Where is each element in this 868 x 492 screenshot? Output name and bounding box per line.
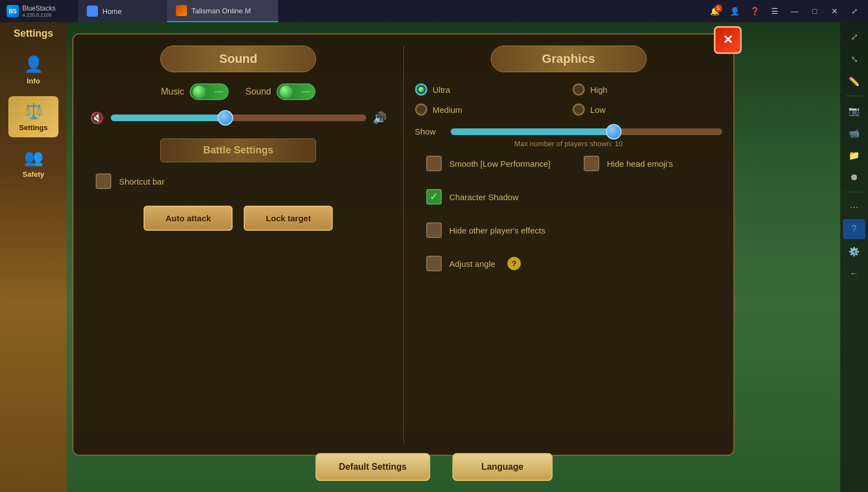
rs-divider-2 [846, 192, 862, 192]
sidebar: Settings 👤 Info ⚖️ Settings 👥 Safety [0, 22, 67, 492]
sidebar-safety-label: Safety [22, 170, 44, 178]
settings-icon: ⚖️ [24, 102, 43, 120]
tab-game[interactable]: Talisman Online M [167, 0, 278, 22]
bluestacks-version: 4.220.0.1109 [22, 12, 56, 18]
default-settings-btn[interactable]: Default Settings [315, 453, 430, 481]
smooth-label: Smooth [Low Performance] [450, 159, 551, 168]
left-column: Sound Music — Sound — [85, 46, 404, 444]
char-shadow-checkbox[interactable]: ✓ [426, 189, 442, 205]
tab-home-label: Home [102, 7, 122, 16]
quality-high[interactable]: High [573, 83, 722, 96]
right-sidebar: ⤢ ⤡ ✏️ 📷 📹 📁 ⏺ ⋯ ? ⚙️ ← [840, 22, 868, 492]
quality-ultra[interactable]: Ultra [415, 83, 565, 96]
shortcut-bar-checkbox[interactable] [96, 173, 111, 189]
titlebar-tabs: BS BlueStacks 4.220.0.1109 Home Talisman… [0, 0, 278, 22]
lock-target-btn[interactable]: Lock target [244, 206, 333, 231]
hide-effects-row: Hide other player's effects [415, 222, 723, 238]
show-slider-track[interactable] [451, 128, 723, 135]
home-icon [87, 6, 98, 17]
rs-more-btn[interactable]: ⋯ [843, 197, 865, 217]
expand-btn[interactable]: ⤢ [846, 3, 864, 19]
smooth-row: Smooth [Low Performance] [415, 156, 565, 171]
settings-panel: ✕ Sound Music — Sound — [72, 33, 734, 456]
rs-divider-1 [846, 96, 862, 96]
notification-btn[interactable]: 🔔 5 [706, 3, 723, 19]
sound-control: Sound — [245, 83, 315, 100]
titlebar: BS BlueStacks 4.220.0.1109 Home Talisman… [0, 0, 868, 22]
right-column: Graphics Ultra High Medium [404, 46, 723, 444]
char-shadow-check-mark: ✓ [430, 191, 438, 203]
char-shadow-label: Character Shadow [450, 192, 519, 202]
rs-folder-btn[interactable]: 📁 [843, 145, 865, 165]
hide-effects-checkbox[interactable] [426, 222, 442, 238]
sidebar-item-settings[interactable]: ⚖️ Settings [8, 96, 58, 137]
hide-emoji-label: Hide head emoji's [607, 159, 673, 168]
bluestacks-tab: BS BlueStacks 4.220.0.1109 [0, 0, 78, 22]
rs-settings-btn[interactable]: ⚙️ [843, 241, 865, 261]
bottom-buttons: Default Settings Language [315, 453, 553, 481]
adjust-angle-checkbox[interactable] [426, 256, 442, 271]
info-icon: 👤 [24, 55, 43, 73]
quality-medium[interactable]: Medium [415, 103, 565, 116]
volume-min-icon: 🔇 [90, 111, 104, 125]
battle-section-header: Battle Settings [160, 138, 316, 162]
radio-low[interactable] [573, 103, 585, 116]
minimize-btn[interactable]: — [786, 3, 803, 19]
sound-toggle-dash: — [301, 87, 310, 97]
language-btn[interactable]: Language [452, 453, 553, 481]
volume-slider-track[interactable] [111, 115, 366, 121]
radio-medium[interactable] [415, 103, 427, 116]
menu-btn[interactable]: ☰ [766, 3, 783, 19]
sound-toggle[interactable]: — [277, 83, 315, 100]
music-toggle-knob [193, 85, 206, 98]
account-btn[interactable]: 👤 [726, 3, 743, 19]
sidebar-settings-label: Settings [19, 123, 47, 132]
hide-effects-label: Hide other player's effects [450, 226, 546, 235]
quality-low[interactable]: Low [573, 103, 722, 116]
music-label: Music [161, 87, 184, 97]
smooth-checkbox[interactable] [426, 156, 442, 171]
sidebar-info-label: Info [27, 77, 40, 85]
rs-expand-btn[interactable]: ⤢ [843, 27, 865, 47]
adjust-angle-help-icon[interactable]: ? [507, 257, 521, 270]
quality-grid: Ultra High Medium Low [415, 83, 723, 116]
char-shadow-row: ✓ Character Shadow [415, 189, 723, 205]
volume-max-icon: 🔊 [373, 111, 387, 125]
adjust-angle-row: Adjust angle ? [415, 256, 723, 271]
panel-close-btn[interactable]: ✕ [714, 26, 742, 54]
sidebar-item-safety[interactable]: 👥 Safety [8, 143, 58, 184]
graphics-section-header: Graphics [491, 46, 647, 72]
rs-help-btn[interactable]: ? [843, 219, 865, 239]
sound-toggle-knob [279, 85, 293, 98]
rs-fullscreen-btn[interactable]: ⤡ [843, 49, 865, 69]
shortcut-bar-label: Shortcut bar [119, 177, 165, 186]
sidebar-item-info[interactable]: 👤 Info [8, 49, 58, 91]
close-btn[interactable]: ✕ [826, 3, 844, 19]
music-toggle-dash: — [214, 87, 223, 97]
quality-medium-label: Medium [433, 105, 462, 115]
adjust-angle-label: Adjust angle [450, 259, 496, 269]
music-control: Music — [161, 83, 229, 100]
volume-slider-row: 🔇 🔊 [85, 111, 392, 125]
show-slider-thumb[interactable] [606, 124, 622, 140]
rs-record-btn[interactable]: ⏺ [843, 167, 865, 187]
graphics-checks: Smooth [Low Performance] Hide head emoji… [415, 156, 723, 281]
volume-slider-thumb[interactable] [218, 110, 233, 126]
window-controls: 🔔 5 👤 ❓ ☰ — □ ✕ ⤢ [706, 3, 868, 19]
sound-section-header: Sound [160, 46, 316, 72]
rs-back-btn[interactable]: ← [843, 264, 865, 284]
music-toggle[interactable]: — [190, 83, 229, 100]
safety-icon: 👥 [24, 148, 43, 167]
show-label: Show [415, 127, 443, 136]
tab-home[interactable]: Home [78, 0, 167, 22]
hide-emoji-checkbox[interactable] [584, 156, 599, 171]
rs-video-btn[interactable]: 📹 [843, 123, 865, 143]
auto-attack-btn[interactable]: Auto attack [144, 206, 233, 231]
radio-high[interactable] [573, 83, 585, 96]
radio-ultra[interactable] [415, 83, 427, 96]
rs-edit-btn[interactable]: ✏️ [843, 71, 865, 91]
maximize-btn[interactable]: □ [806, 3, 823, 19]
battle-buttons: Auto attack Lock target [85, 206, 392, 231]
help-btn[interactable]: ❓ [746, 3, 763, 19]
rs-screenshot-btn[interactable]: 📷 [843, 101, 865, 121]
